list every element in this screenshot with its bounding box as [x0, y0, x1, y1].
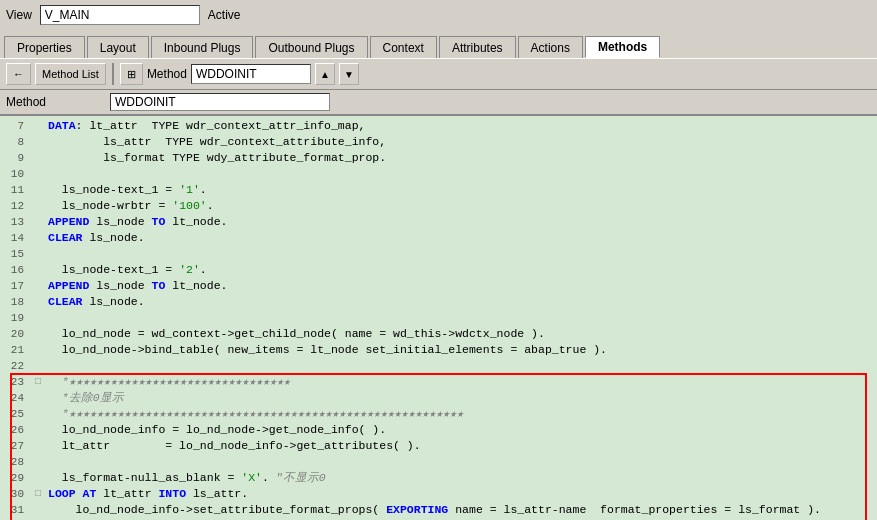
code-line: 22 [0, 358, 877, 374]
method-list-button[interactable]: Method List [35, 63, 106, 85]
tab-methods[interactable]: Methods [585, 36, 660, 58]
method-dropdown-input[interactable] [191, 64, 311, 84]
line-marker: □ [30, 486, 46, 502]
tab-inbound-plugs[interactable]: Inbound Plugs [151, 36, 254, 58]
line-marker: □ [30, 374, 46, 390]
up-arrow-button[interactable]: ▲ [315, 63, 335, 85]
code-line: 29 ls_format-null_as_blank = 'X'. "不显示0 [0, 470, 877, 486]
code-line: 12 ls_node-wrbtr = '100'. [0, 198, 877, 214]
line-number: 8 [0, 134, 30, 150]
line-content: LOOP AT lt_attr INTO ls_attr. [46, 486, 877, 502]
line-number: 25 [0, 406, 30, 422]
line-number: 31 [0, 502, 30, 518]
code-line: 16 ls_node-text_1 = '2'. [0, 262, 877, 278]
line-content: lo_nd_node->bind_table( new_items = lt_n… [46, 342, 877, 358]
view-label: View [6, 8, 32, 22]
code-line: 28 [0, 454, 877, 470]
down-arrow-button[interactable]: ▼ [339, 63, 359, 85]
line-number: 21 [0, 342, 30, 358]
line-content: lo_nd_node_info->set_attribute_format_pr… [46, 502, 877, 518]
code-line: 21 lo_nd_node->bind_table( new_items = l… [0, 342, 877, 358]
code-line: 8 ls_attr TYPE wdr_context_attribute_inf… [0, 134, 877, 150]
line-content: lt_attr = lo_nd_node_info->get_attribute… [46, 438, 877, 454]
line-content: ls_format-null_as_blank = 'X'. "不显示0 [46, 470, 877, 486]
code-line: 25 *★★★★★★★★★★★★★★★★★★★★★★★★★★★★★★★★★★★★… [0, 406, 877, 422]
code-line: 26 lo_nd_node_info = lo_nd_node->get_nod… [0, 422, 877, 438]
line-content: *去除0显示 [46, 390, 877, 406]
view-name-input[interactable] [40, 5, 200, 25]
line-content: lo_nd_node_info = lo_nd_node->get_node_i… [46, 422, 877, 438]
line-content: *★★★★★★★★★★★★★★★★★★★★★★★★★★★★★★★★★★★★★★★… [46, 406, 877, 422]
back-arrow-icon: ← [13, 68, 24, 80]
line-number: 16 [0, 262, 30, 278]
line-number: 7 [0, 118, 30, 134]
method-dropdown-label: Method [147, 67, 187, 81]
tab-outbound-plugs[interactable]: Outbound Plugs [255, 36, 367, 58]
code-line: 30□LOOP AT lt_attr INTO ls_attr. [0, 486, 877, 502]
code-line: 27 lt_attr = lo_nd_node_info->get_attrib… [0, 438, 877, 454]
method-dropdown-area: Method [147, 64, 311, 84]
method-label-row: Method [0, 90, 877, 116]
line-content: ls_attr TYPE wdr_context_attribute_info, [46, 134, 877, 150]
code-line: 24 *去除0显示 [0, 390, 877, 406]
code-wrapper: 7DATA: lt_attr TYPE wdr_context_attr_inf… [0, 116, 877, 520]
tab-attributes[interactable]: Attributes [439, 36, 516, 58]
back-button[interactable]: ← [6, 63, 31, 85]
tab-bar: PropertiesLayoutInbound PlugsOutbound Pl… [0, 30, 877, 58]
line-number: 15 [0, 246, 30, 262]
line-content: ls_node-text_1 = '2'. [46, 262, 877, 278]
line-number: 19 [0, 310, 30, 326]
line-number: 17 [0, 278, 30, 294]
method-icon: ⊞ [127, 68, 136, 81]
toolbar-row: ← Method List ⊞ Method ▲ ▼ [0, 58, 877, 90]
line-content: CLEAR ls_node. [46, 294, 877, 310]
tab-actions[interactable]: Actions [518, 36, 583, 58]
method-list-label: Method List [42, 68, 99, 80]
line-number: 28 [0, 454, 30, 470]
line-content: DATA: lt_attr TYPE wdr_context_attr_info… [46, 118, 877, 134]
line-content: *★★★★★★★★★★★★★★★★★★★★★★★★★★★★★★★★ [46, 374, 877, 390]
line-number: 30 [0, 486, 30, 502]
line-content: lo_nd_node = wd_context->get_child_node(… [46, 326, 877, 342]
line-number: 24 [0, 390, 30, 406]
code-line: 20 lo_nd_node = wd_context->get_child_no… [0, 326, 877, 342]
line-number: 9 [0, 150, 30, 166]
line-number: 29 [0, 470, 30, 486]
code-line: 11 ls_node-text_1 = '1'. [0, 182, 877, 198]
line-number: 18 [0, 294, 30, 310]
line-number: 10 [0, 166, 30, 182]
code-line: 10 [0, 166, 877, 182]
method-row-label: Method [6, 95, 106, 109]
code-line: 14CLEAR ls_node. [0, 230, 877, 246]
line-content: APPEND ls_node TO lt_node. [46, 278, 877, 294]
code-line: 7DATA: lt_attr TYPE wdr_context_attr_inf… [0, 118, 877, 134]
code-line: 13APPEND ls_node TO lt_node. [0, 214, 877, 230]
line-number: 20 [0, 326, 30, 342]
method-icon-button[interactable]: ⊞ [120, 63, 143, 85]
line-number: 23 [0, 374, 30, 390]
toolbar-separator [112, 63, 114, 85]
code-line: 19 [0, 310, 877, 326]
line-content: ls_node-wrbtr = '100'. [46, 198, 877, 214]
code-line: 23□ *★★★★★★★★★★★★★★★★★★★★★★★★★★★★★★★★ [0, 374, 877, 390]
code-line: 9 ls_format TYPE wdy_attribute_format_pr… [0, 150, 877, 166]
tab-properties[interactable]: Properties [4, 36, 85, 58]
line-number: 14 [0, 230, 30, 246]
line-content: CLEAR ls_node. [46, 230, 877, 246]
line-number: 26 [0, 422, 30, 438]
tab-context[interactable]: Context [370, 36, 437, 58]
code-line: 17APPEND ls_node TO lt_node. [0, 278, 877, 294]
code-area[interactable]: 7DATA: lt_attr TYPE wdr_context_attr_inf… [0, 116, 877, 520]
line-number: 13 [0, 214, 30, 230]
tab-layout[interactable]: Layout [87, 36, 149, 58]
method-value-input[interactable] [110, 93, 330, 111]
line-number: 12 [0, 198, 30, 214]
line-number: 22 [0, 358, 30, 374]
line-content: APPEND ls_node TO lt_node. [46, 214, 877, 230]
code-line: 31 lo_nd_node_info->set_attribute_format… [0, 502, 877, 518]
code-line: 15 [0, 246, 877, 262]
line-content: ls_node-text_1 = '1'. [46, 182, 877, 198]
active-label: Active [208, 8, 241, 22]
line-number: 11 [0, 182, 30, 198]
line-number: 27 [0, 438, 30, 454]
